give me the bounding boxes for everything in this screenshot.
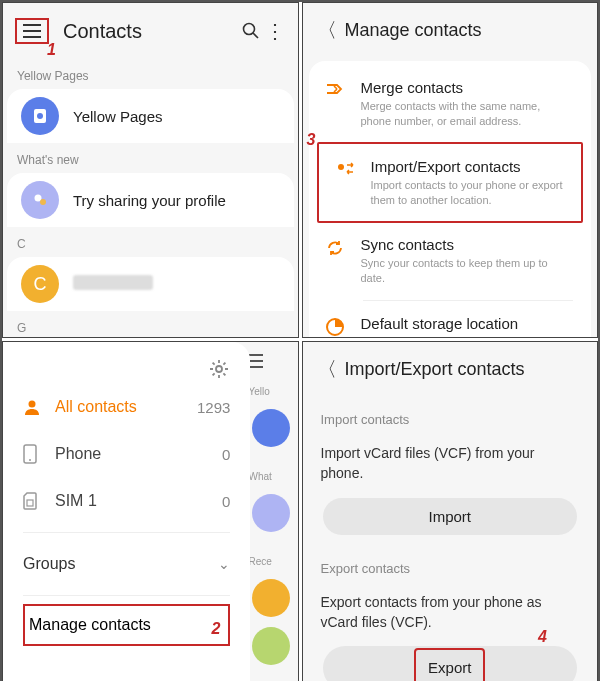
menu-button[interactable] (15, 18, 49, 44)
page-title: Manage contacts (345, 20, 482, 41)
import-export-icon (335, 158, 371, 178)
chevron-down-icon: ⌄ (218, 556, 230, 572)
storage-icon (325, 315, 361, 337)
avatar: C (21, 265, 59, 303)
contact-row-share-profile[interactable]: Try sharing your profile (7, 173, 294, 227)
person-icon (23, 398, 55, 416)
hamburger-icon (23, 24, 41, 38)
bg-avatar (252, 409, 290, 447)
pane-contacts-list: Contacts ⋮ 1 Yellow Pages Yellow Pages W… (2, 2, 299, 338)
profile-icon (21, 181, 59, 219)
yellow-pages-icon (21, 97, 59, 135)
drawer-item-label: All contacts (55, 398, 197, 416)
drawer-item-label: Manage contacts (29, 616, 151, 633)
item-title: Sync contacts (361, 236, 574, 253)
merge-icon (325, 79, 361, 97)
settings-button[interactable] (208, 358, 230, 380)
more-button[interactable]: ⋮ (264, 19, 286, 43)
svg-point-9 (29, 459, 31, 461)
app-header: 〈 Import/Export contacts (303, 342, 598, 396)
search-button[interactable] (242, 22, 264, 40)
section-header-g: G (3, 311, 298, 338)
back-icon: 〈 (317, 358, 337, 380)
merge-contacts-item[interactable]: Merge contacts Merge contacts with the s… (309, 65, 592, 143)
svg-point-6 (216, 366, 222, 372)
app-header: Contacts ⋮ (3, 3, 298, 59)
svg-rect-10 (27, 500, 33, 506)
import-export-contacts-item[interactable]: Import/Export contacts Import contacts t… (317, 142, 584, 224)
item-title: Import/Export contacts (371, 158, 564, 175)
bg-section-header: Yello (245, 368, 298, 399)
section-header-c: C (3, 227, 298, 257)
app-header: 〈 Manage contacts (303, 3, 598, 57)
item-subtitle: Sync your contacts to keep them up to da… (361, 256, 574, 286)
export-button[interactable]: Export (323, 646, 578, 681)
drawer-item-label: SIM 1 (55, 492, 222, 510)
drawer-scrim: Yello What Rece (245, 342, 298, 681)
avatar-initial: C (34, 274, 47, 295)
phone-icon (23, 444, 55, 464)
button-label: Export (414, 648, 485, 681)
page-title: Import/Export contacts (345, 359, 525, 380)
page-title: Contacts (63, 20, 242, 43)
contact-label: Yellow Pages (73, 108, 163, 125)
back-icon: 〈 (317, 19, 337, 41)
section-header-yellow-pages: Yellow Pages (3, 59, 298, 89)
pane-drawer: Yello What Rece All contacts 12 (2, 341, 299, 681)
gear-icon (208, 358, 230, 380)
svg-point-7 (29, 401, 36, 408)
pane-import-export: 〈 Import/Export contacts Import contacts… (302, 341, 599, 681)
hamburger-icon (245, 354, 298, 368)
svg-point-4 (40, 199, 46, 205)
drawer-item-label: Groups (23, 555, 218, 573)
bg-avatar (252, 627, 290, 665)
import-button[interactable]: Import (323, 498, 578, 535)
export-description: Export contacts from your phone as vCard… (303, 582, 598, 647)
drawer-item-all-contacts[interactable]: All contacts 1293 (3, 384, 250, 430)
sim-icon (23, 492, 55, 510)
nav-drawer: All contacts 1293 Phone 0 SIM 1 0 Groups (3, 342, 250, 681)
section-header-import: Import contacts (303, 396, 598, 433)
manage-options-card: Merge contacts Merge contacts with the s… (309, 61, 592, 338)
bg-avatar (252, 579, 290, 617)
svg-point-5 (338, 164, 344, 170)
drawer-item-count: 0 (222, 493, 230, 510)
more-vertical-icon: ⋮ (265, 20, 285, 42)
section-header-export: Export contacts (303, 545, 598, 582)
drawer-item-label: Phone (55, 445, 222, 463)
item-title: Default storage location (361, 315, 574, 332)
section-header-whats-new: What's new (3, 143, 298, 173)
item-subtitle: Phone (361, 335, 574, 338)
bg-avatar (252, 494, 290, 532)
drawer-item-count: 0 (222, 446, 230, 463)
contact-row-yellow-pages[interactable]: Yellow Pages (7, 89, 294, 143)
contact-label-redacted (73, 275, 153, 294)
drawer-item-groups[interactable]: Groups ⌄ (3, 541, 250, 587)
item-title: Merge contacts (361, 79, 574, 96)
bg-section-header: What (245, 471, 298, 484)
item-subtitle: Merge contacts with the same name, phone… (361, 99, 574, 129)
default-storage-item[interactable]: Default storage location Phone (309, 301, 592, 338)
back-button[interactable]: 〈 (317, 356, 345, 383)
button-label: Import (428, 508, 471, 525)
manage-contacts-button[interactable]: Manage contacts (23, 604, 230, 646)
sync-icon (325, 236, 361, 258)
contact-row[interactable]: C (7, 257, 294, 311)
import-description: Import vCard files (VCF) from your phone… (303, 433, 598, 498)
svg-point-0 (243, 24, 254, 35)
svg-point-2 (37, 113, 43, 119)
contact-label: Try sharing your profile (73, 192, 226, 209)
drawer-item-sim1[interactable]: SIM 1 0 (3, 478, 250, 524)
drawer-item-count: 1293 (197, 399, 230, 416)
bg-section-header: Rece (245, 556, 298, 569)
search-icon (242, 22, 264, 40)
sync-contacts-item[interactable]: Sync contacts Sync your contacts to keep… (309, 222, 592, 300)
pane-manage-contacts: 〈 Manage contacts Merge contacts Merge c… (302, 2, 599, 338)
back-button[interactable]: 〈 (317, 17, 345, 44)
item-subtitle: Import contacts to your phone or export … (371, 178, 564, 208)
drawer-item-phone[interactable]: Phone 0 (3, 430, 250, 478)
